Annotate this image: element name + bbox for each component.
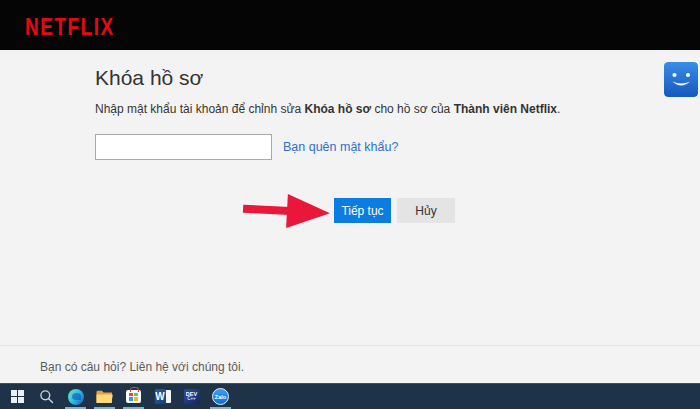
taskbar-file-explorer-button[interactable]: [90, 384, 119, 409]
help-contact-text[interactable]: Bạn có câu hỏi? Liên hệ với chúng tôi.: [40, 360, 244, 374]
taskbar-zalo-button[interactable]: Zalo: [206, 384, 235, 409]
page-title: Khóa hồ sơ: [95, 66, 203, 90]
instruction-part3: .: [557, 102, 560, 116]
netflix-profile-lock-screen: NETFLIX Khóa hồ sơ Nhập mật khẩu tài kho…: [0, 0, 700, 409]
edge-icon: [68, 389, 84, 405]
netflix-header: NETFLIX: [0, 0, 700, 50]
cancel-button[interactable]: Hủy: [397, 198, 455, 223]
instruction-bold-feature: Khóa hồ sơ: [305, 102, 372, 116]
search-icon: [39, 389, 54, 404]
password-input[interactable]: [95, 134, 272, 160]
word-icon: W: [155, 389, 171, 404]
taskbar-word-button[interactable]: W: [148, 384, 177, 409]
taskbar-microsoft-store-button[interactable]: [119, 384, 148, 409]
microsoft-store-icon: [126, 390, 141, 403]
forgot-password-link[interactable]: Bạn quên mật khẩu?: [283, 140, 398, 154]
zalo-icon-label: Zalo: [215, 394, 226, 400]
dev-cpp-icon: DEV C++: [184, 389, 200, 404]
windows-logo-icon: [11, 390, 25, 404]
windows-taskbar: W DEV C++ Zalo: [0, 383, 700, 409]
instruction-part1: Nhập mật khẩu tài khoản để chỉnh sửa: [95, 102, 305, 116]
file-explorer-icon: [96, 390, 113, 404]
taskbar-search-button[interactable]: [32, 384, 61, 409]
dev-cpp-icon-sublabel: C++: [187, 397, 196, 402]
red-arrow-icon: [238, 183, 338, 238]
instruction-bold-profile: Thành viên Netflix: [454, 102, 557, 116]
instruction-part2: cho hồ sơ của: [371, 102, 454, 116]
continue-button[interactable]: Tiếp tục: [334, 198, 391, 223]
taskbar-edge-button[interactable]: [61, 384, 90, 409]
page-footer: Bạn có câu hỏi? Liên hệ với chúng tôi.: [0, 345, 700, 383]
profile-avatar-icon: [664, 62, 698, 97]
zalo-icon: Zalo: [212, 388, 229, 405]
taskbar-dev-cpp-button[interactable]: DEV C++: [177, 384, 206, 409]
start-button[interactable]: [3, 384, 32, 409]
netflix-logo[interactable]: NETFLIX: [25, 13, 115, 41]
instruction-text: Nhập mật khẩu tài khoản để chỉnh sửa Khó…: [95, 102, 635, 116]
